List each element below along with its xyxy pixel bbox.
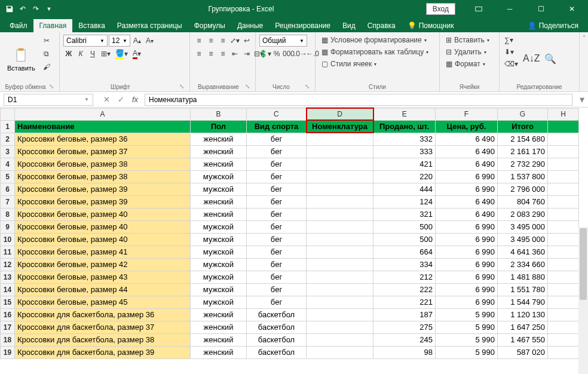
font-name-select[interactable]: Calibri▼	[63, 35, 108, 47]
cell[interactable]: 5 990	[436, 308, 498, 321]
cell[interactable]	[307, 258, 373, 271]
expand-formula-bar-icon[interactable]: ▾	[576, 94, 588, 105]
format-as-table-button[interactable]: ▦Форматировать как таблицу▾	[319, 47, 436, 57]
cell[interactable]: бег	[247, 220, 307, 233]
cell[interactable]	[548, 220, 579, 233]
cell[interactable]: бег	[247, 283, 307, 296]
copy-icon[interactable]: ⧉	[41, 48, 52, 60]
bold-button[interactable]: Ж	[63, 48, 74, 60]
tab-page-layout[interactable]: Разметка страницы	[111, 19, 188, 32]
cell[interactable]: женский	[191, 133, 247, 145]
font-color-icon[interactable]: A▾	[131, 48, 143, 60]
cell[interactable]: женский	[191, 308, 247, 321]
cell[interactable]: бег	[247, 183, 307, 195]
row-header[interactable]: 8	[1, 208, 15, 220]
redo-icon[interactable]: ↷	[31, 4, 41, 14]
cell[interactable]: 98	[373, 346, 436, 358]
align-right-icon[interactable]: ≡	[218, 48, 228, 60]
cell[interactable]: 6 490	[436, 133, 498, 145]
row-header[interactable]: 1	[1, 120, 15, 133]
cell[interactable]: мужской	[191, 170, 247, 183]
cell[interactable]: Кроссовки для баскетбола, размер 36	[15, 308, 191, 321]
col-header-d[interactable]: D	[307, 108, 373, 120]
cell[interactable]: 6 990	[436, 296, 498, 308]
cell[interactable]: 222	[373, 283, 436, 296]
col-header-f[interactable]: F	[436, 108, 498, 120]
cell[interactable]: бег	[247, 271, 307, 283]
cell[interactable]: женский	[191, 195, 247, 208]
cell[interactable]: 333	[373, 145, 436, 158]
cell[interactable]: Кроссовки беговые, размер 38	[15, 158, 191, 170]
cell[interactable]: мужской	[191, 296, 247, 308]
cell[interactable]: 6 490	[436, 208, 498, 220]
dialog-launcher-icon[interactable]: ⤡	[243, 82, 252, 90]
delete-cells-button[interactable]: ⊟Удалить▾	[443, 47, 495, 57]
cell[interactable]	[548, 346, 579, 358]
cell[interactable]: бег	[247, 246, 307, 258]
row-header[interactable]: 13	[1, 271, 15, 283]
format-painter-icon[interactable]: 🖌	[41, 61, 52, 73]
col-header-c[interactable]: C	[247, 108, 307, 120]
cell[interactable]: 6 990	[436, 258, 498, 271]
row-header[interactable]: 14	[1, 283, 15, 296]
cell[interactable]	[548, 283, 579, 296]
cell[interactable]: 1 467 550	[498, 333, 548, 346]
tab-data[interactable]: Данные	[231, 19, 269, 32]
cell[interactable]: бег	[247, 133, 307, 145]
cell[interactable]: 587 020	[498, 346, 548, 358]
decrease-indent-icon[interactable]: ⇤	[229, 48, 240, 60]
paste-button[interactable]: Вставить	[4, 35, 39, 82]
cell[interactable]: Кроссовки беговые, размер 36	[15, 133, 191, 145]
cell[interactable]	[548, 271, 579, 283]
cell[interactable]: баскетбол	[247, 346, 307, 358]
cell[interactable]	[307, 233, 373, 246]
cell[interactable]: Кроссовки для баскетбола, размер 39	[15, 346, 191, 358]
cell[interactable]: 332	[373, 133, 436, 145]
cell[interactable]: 3 495 000	[498, 220, 548, 233]
cell[interactable]	[307, 220, 373, 233]
cell[interactable]: мужской	[191, 246, 247, 258]
cell[interactable]	[548, 145, 579, 158]
cell[interactable]: бег	[247, 296, 307, 308]
col-header-g[interactable]: G	[498, 108, 548, 120]
cell[interactable]: 6 990	[436, 233, 498, 246]
cell[interactable]: 4 641 360	[498, 246, 548, 258]
cell[interactable]: женский	[191, 158, 247, 170]
cell[interactable]: 1 544 790	[498, 296, 548, 308]
cell[interactable]	[307, 208, 373, 220]
cell[interactable]: мужской	[191, 233, 247, 246]
row-header[interactable]: 18	[1, 333, 15, 346]
cell[interactable]	[307, 333, 373, 346]
find-select-button[interactable]: 🔍	[543, 52, 558, 66]
cell[interactable]: Кроссовки беговые, размер 40	[15, 220, 191, 233]
cell[interactable]: 6 990	[436, 170, 498, 183]
formula-input[interactable]: Номенклатура	[145, 94, 572, 106]
underline-button[interactable]: Ч	[87, 48, 98, 60]
chevron-down-icon[interactable]: ▼	[44, 4, 54, 14]
cell[interactable]	[548, 195, 579, 208]
cell[interactable]: 3 495 000	[498, 233, 548, 246]
vertical-scrollbar[interactable]	[578, 227, 588, 374]
cell[interactable]: 6 490	[436, 145, 498, 158]
cell[interactable]	[548, 333, 579, 346]
cell[interactable]: Итого	[498, 120, 548, 133]
cell[interactable]	[307, 271, 373, 283]
undo-icon[interactable]: ↶	[18, 4, 27, 14]
cell[interactable]: Вид спорта	[247, 120, 307, 133]
cell[interactable]: 2 154 680	[498, 133, 548, 145]
cell[interactable]	[307, 308, 373, 321]
cell[interactable]: Кроссовки для баскетбола, размер 38	[15, 333, 191, 346]
cell[interactable]: Кроссовки беговые, размер 39	[15, 195, 191, 208]
cell[interactable]: Кроссовки беговые, размер 37	[15, 145, 191, 158]
row-header[interactable]: 10	[1, 233, 15, 246]
cell[interactable]: Кроссовки беговые, размер 42	[15, 258, 191, 271]
maximize-icon[interactable]: ☐	[527, 0, 555, 18]
cell[interactable]	[548, 233, 579, 246]
cell[interactable]: бег	[247, 208, 307, 220]
cell[interactable]: Цена, руб.	[436, 120, 498, 133]
cell[interactable]: Наименование	[15, 120, 191, 133]
save-icon[interactable]	[5, 4, 14, 14]
cell[interactable]: Кроссовки беговые, размер 40	[15, 233, 191, 246]
select-all-corner[interactable]	[1, 108, 15, 120]
row-header[interactable]: 3	[1, 145, 15, 158]
